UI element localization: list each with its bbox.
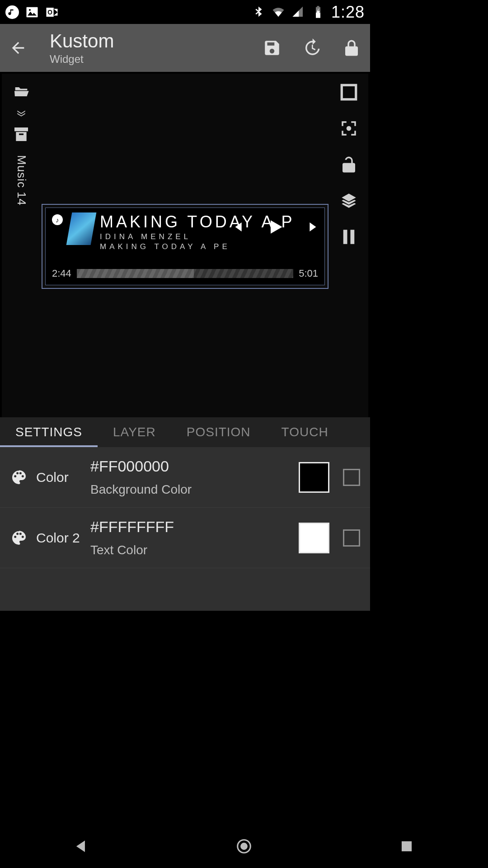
svg-rect-13 <box>342 85 356 99</box>
editor-canvas[interactable]: Music 14 ♪ MAKING TODAY A P IDINA MENZEL… <box>2 74 368 417</box>
app-title: Kustom <box>50 30 242 52</box>
layers-icon[interactable] <box>339 191 358 210</box>
svg-rect-1 <box>27 7 38 17</box>
row-value: #FFFFFFFF <box>90 518 299 536</box>
prev-track-icon[interactable] <box>231 219 247 235</box>
pause-icon[interactable] <box>339 227 358 246</box>
chevron-down-icon[interactable] <box>15 109 27 117</box>
svg-rect-16 <box>351 230 355 244</box>
row-name: Color 2 <box>36 530 80 546</box>
settings-list: Color #FF000000 Background Color Color 2… <box>0 447 370 611</box>
crop-square-icon[interactable] <box>339 83 358 102</box>
widget-preview[interactable]: ♪ MAKING TODAY A P IDINA MENZEL MAKING T… <box>42 204 328 289</box>
svg-text:O: O <box>47 9 52 16</box>
archive-icon[interactable] <box>11 125 31 143</box>
next-track-icon[interactable] <box>305 219 320 235</box>
editor-left-toolbar: Music 14 <box>2 83 41 206</box>
status-left-icons: O <box>5 5 59 19</box>
album-art <box>66 212 97 245</box>
track-album: MAKING TODAY A PE <box>100 242 318 251</box>
wifi-icon <box>272 5 285 19</box>
svg-rect-12 <box>19 133 23 135</box>
folder-open-icon[interactable] <box>11 83 31 101</box>
row-desc: Text Color <box>90 543 299 557</box>
sidebar-label: Music 14 <box>14 155 28 206</box>
status-clock: 1:28 <box>331 3 365 22</box>
tab-touch[interactable]: TOUCH <box>266 417 344 447</box>
row-checkbox[interactable] <box>343 469 360 486</box>
app-subtitle: Widget <box>50 53 242 66</box>
tab-layer[interactable]: LAYER <box>98 417 171 447</box>
status-right-icons: 1:28 <box>252 3 365 22</box>
music-badge-icon: ♪ <box>52 214 63 225</box>
save-icon[interactable] <box>263 38 282 57</box>
svg-point-14 <box>347 126 352 131</box>
battery-charging-icon <box>311 5 325 19</box>
property-tabs: SETTINGS LAYER POSITION TOUCH <box>0 417 370 447</box>
widget-inner: ♪ MAKING TODAY A P IDINA MENZEL MAKING T… <box>45 208 325 285</box>
row-checkbox[interactable] <box>343 529 360 547</box>
tab-settings[interactable]: SETTINGS <box>0 417 98 447</box>
tab-position[interactable]: POSITION <box>171 417 266 447</box>
row-desc: Background Color <box>90 482 299 497</box>
app-title-block: Kustom Widget <box>50 30 242 66</box>
row-value: #FF000000 <box>90 458 299 475</box>
settings-row-color[interactable]: Color #FF000000 Background Color <box>0 447 370 508</box>
play-icon[interactable] <box>266 217 286 237</box>
progress-bar[interactable] <box>77 269 293 278</box>
color-swatch[interactable] <box>299 462 329 493</box>
svg-rect-11 <box>16 132 26 141</box>
palette-icon <box>10 529 28 547</box>
bluetooth-icon <box>252 5 265 19</box>
progress-fill <box>77 269 194 278</box>
editor-right-toolbar <box>329 83 368 246</box>
svg-rect-10 <box>14 127 28 131</box>
palette-icon <box>10 468 28 486</box>
image-notif-icon <box>25 5 39 19</box>
app-bar: Kustom Widget <box>0 24 370 72</box>
back-icon[interactable] <box>9 39 27 57</box>
outlook-notif-icon: O <box>45 5 59 19</box>
elapsed-time: 2:44 <box>52 268 71 279</box>
cell-signal-icon <box>291 5 305 19</box>
unlock-icon[interactable] <box>339 155 358 174</box>
settings-row-color2[interactable]: Color 2 #FFFFFFFF Text Color <box>0 508 370 568</box>
svg-rect-15 <box>343 230 347 244</box>
svg-rect-7 <box>317 6 319 7</box>
lock-icon[interactable] <box>342 38 361 57</box>
row-name: Color <box>36 470 69 485</box>
svg-point-3 <box>29 9 31 11</box>
status-bar: O 1:28 <box>0 0 370 24</box>
history-icon[interactable] <box>302 38 321 57</box>
color-swatch[interactable] <box>299 523 329 553</box>
music-note-notif-icon <box>5 5 19 19</box>
svg-point-0 <box>5 5 19 19</box>
duration-time: 5:01 <box>299 268 318 279</box>
center-focus-icon[interactable] <box>339 119 358 138</box>
